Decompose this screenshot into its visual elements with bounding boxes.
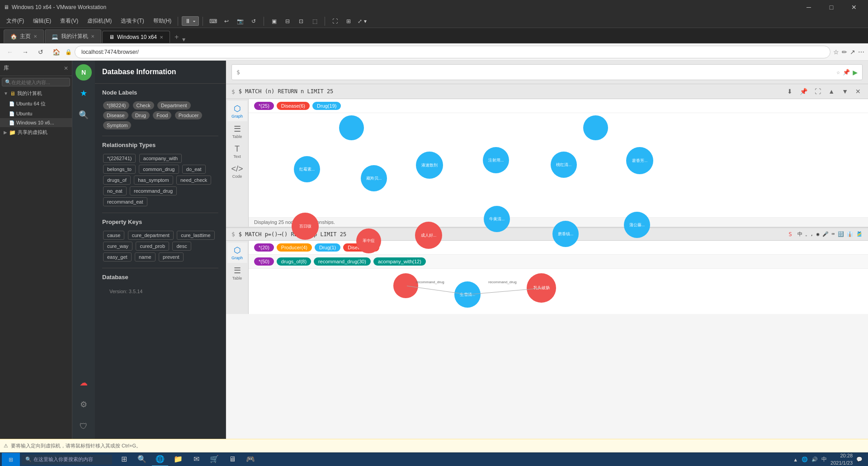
- tree-item-ubuntu[interactable]: 📄 Ubuntu: [0, 109, 72, 118]
- send-ctrl-alt-del[interactable]: ⌨: [207, 15, 219, 27]
- q2-table-tab[interactable]: ☰ Table: [227, 263, 247, 283]
- badge-drug-19[interactable]: Drug(19): [312, 102, 341, 110]
- tab-home[interactable]: 🏠 主页 ✕: [4, 29, 44, 43]
- fullscreen-btn[interactable]: ⛶: [329, 15, 341, 27]
- node-niuhuang[interactable]: 牛黄清...: [484, 206, 510, 232]
- rel-has-symptom[interactable]: has_symptom: [134, 176, 173, 185]
- tag-disease[interactable]: Disease: [103, 111, 128, 119]
- node-zangling[interactable]: 藏羚贝...: [361, 165, 387, 191]
- taskbar-app-game[interactable]: 🎮: [242, 453, 259, 466]
- sidebar-search-icon[interactable]: 🔍: [75, 106, 93, 124]
- q1-close[interactable]: ✕: [854, 87, 863, 96]
- menu-view[interactable]: 查看(V): [56, 15, 83, 27]
- q2-badge-all-50[interactable]: *(50): [254, 257, 274, 266]
- refresh-button[interactable]: ↺: [34, 46, 47, 58]
- tree-item-mypc[interactable]: ▼ 🖥 我的计算机: [0, 88, 72, 99]
- q1-table-tab[interactable]: ☰ Table: [227, 121, 247, 142]
- rel-belongs[interactable]: belongs_to: [103, 165, 136, 174]
- prop-name[interactable]: name: [135, 252, 156, 262]
- view-btn4[interactable]: ⬚: [308, 15, 321, 27]
- prop-cause[interactable]: cause: [103, 231, 124, 240]
- rel-need-check[interactable]: need_check: [176, 176, 211, 185]
- taskbar-app-browser[interactable]: 🌐: [152, 453, 168, 466]
- taskbar-app-search[interactable]: 🔍: [134, 453, 150, 466]
- taskbar-app-store[interactable]: 🛒: [206, 453, 222, 466]
- url-input[interactable]: [75, 46, 830, 58]
- play-icon[interactable]: ▶: [853, 67, 858, 77]
- minimize-button[interactable]: ─: [798, 0, 819, 14]
- tab-dropdown[interactable]: ▾: [182, 36, 185, 43]
- tab-home-close[interactable]: ✕: [33, 34, 37, 39]
- q1-graph-tab[interactable]: ⬡ Graph: [227, 101, 247, 121]
- tray-expand[interactable]: ▲: [793, 457, 798, 462]
- rel-common-drug[interactable]: common_drug: [139, 165, 179, 174]
- prop-cure-way[interactable]: cure_way: [103, 242, 132, 251]
- prop-cured-prob[interactable]: cured_prob: [136, 242, 169, 251]
- pin-icon[interactable]: 📌: [843, 69, 850, 76]
- menu-file[interactable]: 文件(F): [2, 15, 28, 27]
- sidebar-settings-icon[interactable]: ⚙: [75, 395, 93, 414]
- tag-all[interactable]: *(88224): [103, 101, 129, 109]
- forward-button[interactable]: →: [19, 46, 32, 58]
- sidebar-cloud-icon[interactable]: ☁: [75, 374, 93, 392]
- node-1[interactable]: [339, 115, 364, 140]
- rel-acompany[interactable]: acompany_with: [139, 154, 182, 163]
- q2-badge-drugs-of-8[interactable]: drugs_of(8): [277, 257, 311, 266]
- rel-recommand-drug[interactable]: recommand_drug: [130, 186, 177, 195]
- prop-prevent[interactable]: prevent: [159, 252, 184, 262]
- tree-item-win10[interactable]: 📄 Windows 10 x6...: [0, 118, 72, 127]
- tag-check[interactable]: Check: [133, 101, 154, 109]
- node-2[interactable]: [583, 115, 608, 140]
- add-tab-button[interactable]: +: [171, 31, 182, 43]
- start-button[interactable]: ⊞: [2, 453, 20, 466]
- node-hongmeisu[interactable]: 红霉素...: [294, 156, 320, 182]
- tab-mypc-close[interactable]: ✕: [91, 34, 94, 39]
- q2-badge-all-20[interactable]: *(20): [254, 243, 274, 252]
- view-btn3[interactable]: ⊡: [295, 15, 307, 27]
- q1-text-tab[interactable]: T Text: [227, 142, 247, 162]
- taskbar-app-taskview[interactable]: ⊞: [116, 453, 132, 466]
- tray-notifications[interactable]: 💬: [856, 456, 863, 462]
- q1-scroll-dn[interactable]: ▼: [840, 87, 850, 96]
- neo4j-logo[interactable]: N: [75, 64, 92, 81]
- power-btn[interactable]: ↩: [220, 15, 233, 27]
- prop-cure-dept[interactable]: cure_department: [128, 231, 174, 240]
- node-inject[interactable]: 注射用...: [483, 147, 509, 173]
- rel-drugs-of[interactable]: drugs_of: [103, 176, 131, 185]
- q1-code-tab[interactable]: </> Code: [227, 162, 247, 181]
- badge-all-25[interactable]: *(25): [254, 102, 274, 110]
- taskbar-app-vmware[interactable]: 🖥: [224, 453, 241, 466]
- tab-win10[interactable]: 🖥 Windows 10 x64 ✕: [102, 31, 170, 43]
- share-icon[interactable]: ↗: [850, 48, 855, 56]
- tray-network-icon[interactable]: 🌐: [802, 456, 808, 462]
- taskbar-app-mail[interactable]: ✉: [188, 453, 204, 466]
- view-btn2[interactable]: ⊟: [281, 15, 294, 27]
- q2-badge-drug-1[interactable]: Drug(1): [315, 243, 340, 252]
- rel-all[interactable]: *(2262741): [103, 154, 136, 163]
- prop-cure-last[interactable]: cure_lasttime: [177, 231, 214, 240]
- node-baixike[interactable]: 百日咳: [292, 213, 319, 240]
- node-huoxiang[interactable]: 藿香芳...: [626, 147, 653, 174]
- view-btn1[interactable]: ▣: [268, 15, 280, 27]
- sidebar-shield-icon[interactable]: 🛡: [75, 417, 93, 435]
- q2-node-shenxue[interactable]: 生雪清...: [454, 281, 481, 308]
- node-chengren[interactable]: 成人好...: [415, 222, 442, 249]
- q2-node-1[interactable]: [393, 273, 418, 298]
- taskbar-app-folder[interactable]: 📁: [170, 453, 186, 466]
- q2-graph-tab[interactable]: ⬡ Graph: [227, 243, 247, 263]
- node-moxiang[interactable]: 磨香镇...: [552, 221, 579, 247]
- search-input[interactable]: [11, 80, 67, 85]
- q2-node-rutou[interactable]: 乳头破肠: [527, 273, 556, 303]
- q1-download[interactable]: ⬇: [785, 87, 794, 96]
- maximize-button[interactable]: □: [821, 0, 842, 14]
- prop-desc[interactable]: desc: [172, 242, 191, 251]
- star-icon[interactable]: ☆: [836, 69, 840, 76]
- q1-pin[interactable]: 📌: [798, 87, 809, 96]
- tab-mypc[interactable]: 💻 我的计算机 ✕: [45, 29, 101, 43]
- sidebar-home-icon[interactable]: ★: [75, 84, 93, 102]
- q2-badge-producer-4[interactable]: Producer(4): [277, 243, 312, 252]
- unity-btn[interactable]: ⊞: [342, 15, 355, 27]
- prop-easy-get[interactable]: easy_get: [103, 252, 132, 262]
- cypher-input[interactable]: [243, 69, 834, 76]
- back-button[interactable]: ←: [4, 46, 16, 58]
